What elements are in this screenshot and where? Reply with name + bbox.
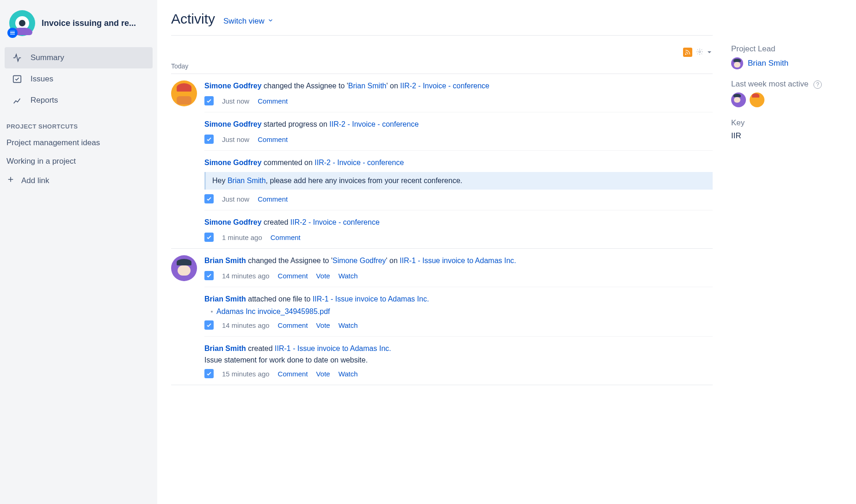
activity-stream: Simone Godfrey changed the Assignee to '… xyxy=(171,74,713,385)
shortcut-link[interactable]: Working in a project xyxy=(5,152,153,171)
avatar-brian-icon[interactable] xyxy=(171,255,197,281)
issues-icon xyxy=(12,74,22,84)
comment-action[interactable]: Comment xyxy=(258,195,288,203)
actor-link[interactable]: Brian Smith xyxy=(204,344,246,352)
activity-entries: Brian Smith changed the Assignee to 'Sim… xyxy=(204,255,713,385)
gear-icon[interactable] xyxy=(696,48,703,57)
actor-link[interactable]: Simone Godfrey xyxy=(204,120,262,128)
issue-link[interactable]: IIR-2 - Invoice - conference xyxy=(314,159,404,166)
svg-point-2 xyxy=(699,51,701,53)
entry-meta: 1 minute agoComment xyxy=(204,233,713,242)
help-icon[interactable]: ? xyxy=(813,80,822,89)
task-check-icon[interactable] xyxy=(204,96,214,105)
avatar-simone-icon[interactable] xyxy=(171,80,197,106)
vote-action[interactable]: Vote xyxy=(316,321,330,329)
entry-meta: Just nowComment xyxy=(204,194,713,203)
switch-view-label: Switch view xyxy=(223,17,265,26)
reports-icon xyxy=(12,95,22,105)
entry-meta: Just nowComment xyxy=(204,135,713,144)
task-check-icon[interactable] xyxy=(204,233,214,242)
issue-link[interactable]: IIR-1 - Issue invoice to Adamas Inc. xyxy=(400,257,516,264)
switch-view-button[interactable]: Switch view xyxy=(223,17,274,26)
plus-icon xyxy=(6,175,15,186)
project-lead-label: Project Lead xyxy=(731,44,842,54)
comment-action[interactable]: Comment xyxy=(278,370,308,378)
activity-entry-line: Simone Godfrey changed the Assignee to '… xyxy=(204,80,713,92)
task-check-icon[interactable] xyxy=(204,135,214,144)
rss-icon[interactable] xyxy=(683,48,692,57)
project-lead-name: Brian Smith xyxy=(748,59,788,68)
task-check-icon[interactable] xyxy=(204,369,214,378)
task-check-icon[interactable] xyxy=(204,320,214,330)
entry-time: Just now xyxy=(222,97,249,105)
shortcut-link[interactable]: Project management ideas xyxy=(5,134,153,152)
task-check-icon[interactable] xyxy=(204,271,214,280)
issue-link[interactable]: IIR-2 - Invoice - conference xyxy=(400,82,489,90)
watch-action[interactable]: Watch xyxy=(339,272,358,280)
entry-meta: 14 minutes agoCommentVoteWatch xyxy=(204,320,713,330)
comment-action[interactable]: Comment xyxy=(278,272,308,280)
activity-entry-line: Simone Godfrey started progress on IIR-2… xyxy=(204,119,713,130)
entry-meta: 14 minutes agoCommentVoteWatch xyxy=(204,271,713,280)
main: Activity Switch view Today Simone Godfre… xyxy=(157,0,856,504)
avatar-simone-icon[interactable] xyxy=(750,92,764,107)
comment-action[interactable]: Comment xyxy=(271,234,301,241)
project-avatar[interactable] xyxy=(9,10,35,36)
mention-link[interactable]: Brian Smith xyxy=(348,82,387,90)
activity-icon xyxy=(12,53,22,63)
mention-link[interactable]: Brian Smith xyxy=(228,177,266,184)
actor-link[interactable]: Simone Godfrey xyxy=(204,159,262,166)
actor-link[interactable]: Simone Godfrey xyxy=(204,218,262,226)
mention-link[interactable]: Simone Godfrey xyxy=(333,257,386,264)
project-lead-row[interactable]: Brian Smith xyxy=(731,57,842,69)
project-info-panel: Project Lead Brian Smith Last week most … xyxy=(731,11,842,504)
sidebar-item-label: Issues xyxy=(31,74,53,84)
watch-action[interactable]: Watch xyxy=(339,321,358,329)
attachment-link[interactable]: Adamas Inc invoice_34945985.pdf xyxy=(211,307,713,316)
issue-link[interactable]: IIR-1 - Issue invoice to Adamas Inc. xyxy=(275,344,391,352)
sidebar-item-reports[interactable]: Reports xyxy=(5,90,153,111)
watch-action[interactable]: Watch xyxy=(339,370,358,378)
project-sidebar: Invoice issuing and re... SummaryIssuesR… xyxy=(0,0,157,504)
shortcuts-list: Project management ideasWorking in a pro… xyxy=(5,134,153,171)
activity-content: Activity Switch view Today Simone Godfre… xyxy=(171,11,713,504)
activity-group: Brian Smith changed the Assignee to 'Sim… xyxy=(171,249,713,385)
add-link-button[interactable]: Add link xyxy=(5,171,153,191)
entry-time: 15 minutes ago xyxy=(222,370,270,378)
verb-text: attached one file to xyxy=(246,295,313,303)
chevron-down-icon xyxy=(267,17,274,26)
page-header: Activity Switch view xyxy=(171,11,713,36)
actor-link[interactable]: Brian Smith xyxy=(204,257,246,264)
sidebar-item-summary[interactable]: Summary xyxy=(5,47,153,68)
issue-link[interactable]: IIR-1 - Issue invoice to Adamas Inc. xyxy=(313,295,429,303)
sidebar-item-label: Summary xyxy=(31,53,64,62)
comment-action[interactable]: Comment xyxy=(258,135,288,143)
comment-action[interactable]: Comment xyxy=(258,97,288,105)
activity-entry-line: Brian Smith created IIR-1 - Issue invoic… xyxy=(204,343,713,354)
issue-link[interactable]: IIR-2 - Invoice - conference xyxy=(290,218,380,226)
dropdown-caret-icon[interactable] xyxy=(707,49,712,56)
avatar-brian-icon[interactable] xyxy=(731,92,746,107)
entry-time: 1 minute ago xyxy=(222,234,262,241)
vote-action[interactable]: Vote xyxy=(316,272,330,280)
activity-entry: Simone Godfrey started progress on IIR-2… xyxy=(204,112,713,151)
actor-link[interactable]: Brian Smith xyxy=(204,295,246,303)
activity-entry-line: Simone Godfrey created IIR-2 - Invoice -… xyxy=(204,217,713,228)
issue-link[interactable]: IIR-2 - Invoice - conference xyxy=(329,120,419,128)
entry-description: Issue statement for work done to date on… xyxy=(204,356,713,364)
entry-time: 14 minutes ago xyxy=(222,321,270,329)
verb-text: started progress on xyxy=(262,120,330,128)
actor-link[interactable]: Simone Godfrey xyxy=(204,82,262,90)
comment-action[interactable]: Comment xyxy=(278,321,308,329)
bullet-icon xyxy=(211,311,213,313)
sidebar-item-issues[interactable]: Issues xyxy=(5,68,153,90)
activity-entry: Brian Smith changed the Assignee to 'Sim… xyxy=(204,255,713,287)
shortcuts-heading: PROJECT SHORTCUTS xyxy=(5,111,153,134)
verb-text: created xyxy=(262,218,290,226)
activity-entry: Brian Smith attached one file to IIR-1 -… xyxy=(204,287,713,337)
avatar-brian-icon xyxy=(731,57,743,69)
task-check-icon[interactable] xyxy=(204,194,214,203)
vote-action[interactable]: Vote xyxy=(316,370,330,378)
svg-point-1 xyxy=(685,54,686,55)
project-key-value: IIR xyxy=(731,131,842,141)
